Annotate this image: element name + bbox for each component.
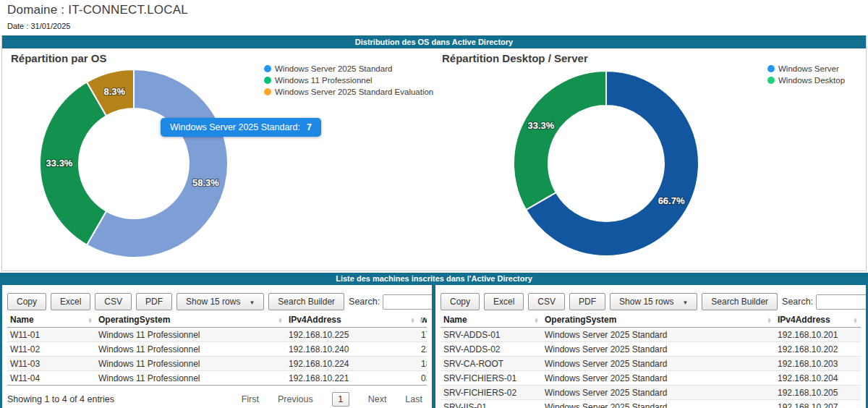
cell: 192.168.10.224 [286, 357, 418, 371]
table-row[interactable]: SRV-ADDS-02Windows Server 2025 Standard1… [441, 342, 861, 357]
csv-button[interactable]: CSV [95, 293, 132, 310]
column-header[interactable]: wh▲▼ [418, 313, 427, 328]
column-header[interactable]: Name▲▼ [7, 313, 95, 328]
show-rows-label: Show 15 rows [619, 297, 673, 307]
cell: Windows 11 Professionnel [95, 357, 286, 371]
cell: Windows Server 2025 Standard [542, 328, 775, 342]
cell: Windows Server 2025 Standard [542, 371, 775, 386]
report-date: Date : 31/01/2025 [7, 22, 188, 30]
slice-percent-label: 58.3% [192, 177, 219, 188]
copy-button[interactable]: Copy [441, 293, 480, 310]
legend-item[interactable]: Windows Desktop [767, 76, 845, 85]
cell: SRV-IIS-01 [441, 400, 542, 408]
table-row[interactable]: SRV-FICHIERS-01Windows Server 2025 Stand… [441, 371, 861, 386]
tables-content: Copy Excel CSV PDF Show 15 rows▼ Search … [2, 285, 866, 408]
show-rows-label: Show 15 rows [186, 297, 240, 307]
column-header[interactable]: OperatingSystem▲▼ [542, 313, 775, 328]
search-builder-button[interactable]: Search Builder [268, 293, 344, 310]
charts-section: Distribution des OS dans Active Director… [1, 35, 867, 271]
search-label: Search: [349, 297, 380, 307]
column-header[interactable]: OperatingSystem▲▼ [95, 313, 286, 328]
cell: W11-03 [7, 357, 95, 371]
donut-slice[interactable] [514, 71, 606, 210]
pdf-button[interactable]: PDF [136, 293, 172, 310]
chart-tooltip: Windows Server 2025 Standard: 7 [161, 118, 321, 137]
pagination-next[interactable]: Next [368, 394, 387, 404]
cell: Windows Server 2025 Standard [542, 342, 775, 357]
desktops-table-panel: Copy Excel CSV PDF Show 15 rows▼ Search … [2, 285, 432, 408]
chart-title-desktop-server: Répartition Desktop / Server [442, 52, 588, 64]
cell: Windows 11 Professionnel [95, 371, 286, 386]
servers-table: Name▲▼OperatingSystem▲▼IPv4Address▲▼ SRV… [441, 313, 861, 408]
legend-item[interactable]: Windows Server 2025 Standard Evaluation [264, 88, 433, 96]
pagination-last[interactable]: Last [405, 394, 422, 404]
excel-button[interactable]: Excel [484, 293, 524, 310]
legend-item[interactable]: Windows Server [767, 64, 845, 73]
servers-table-panel: Copy Excel CSV PDF Show 15 rows▼ Search … [435, 285, 866, 408]
charts-section-banner: Distribution des OS dans Active Director… [2, 35, 866, 48]
legend-item[interactable]: Windows Server 2025 Standard [264, 64, 433, 73]
donut-chart-desktop-server[interactable]: 66.7%33.3% [480, 64, 740, 266]
slice-percent-label: 33.3% [527, 120, 554, 131]
legend-item[interactable]: Windows 11 Professionnel [264, 76, 433, 85]
cell: SRV-ADDS-01 [441, 328, 542, 342]
pdf-button[interactable]: PDF [569, 293, 605, 310]
legend-label: Windows 11 Professionnel [275, 76, 373, 85]
cell: SRV-FICHIERS-01 [441, 371, 542, 386]
table-row[interactable]: SRV-ADDS-01Windows Server 2025 Standard1… [441, 328, 861, 342]
column-header[interactable]: IPv4Address▲▼ [775, 313, 861, 328]
cell: 192.168.10.203 [775, 357, 861, 371]
table-row[interactable]: SRV-CA-ROOTWindows Server 2025 Standard1… [441, 357, 861, 371]
table-row[interactable]: W11-04Windows 11 Professionnel192.168.10… [7, 371, 427, 386]
cell: 192.168.10.201 [775, 328, 861, 342]
cell: Windows 11 Professionnel [95, 328, 286, 342]
page-title: Domaine : IT-CONNECT.LOCAL [7, 3, 188, 17]
desktops-table-body: W11-01Windows 11 Professionnel192.168.10… [7, 328, 427, 386]
servers-toolbar: Copy Excel CSV PDF Show 15 rows▼ Search … [441, 292, 861, 311]
cell: Windows Server 2025 Standard [542, 357, 775, 371]
servers-table-head: Name▲▼OperatingSystem▲▼IPv4Address▲▼ [441, 313, 861, 328]
search-builder-button[interactable]: Search Builder [702, 293, 778, 310]
legend-label: Windows Server 2025 Standard Evaluation [275, 88, 433, 96]
cell: 192.168.10.207 [775, 400, 861, 408]
sort-icon: ▲▼ [853, 317, 858, 323]
show-rows-dropdown[interactable]: Show 15 rows▼ [176, 293, 264, 310]
desktops-table-footer: Showing 1 to 4 of 4 entries First Previo… [7, 392, 427, 407]
table-row[interactable]: W11-01Windows 11 Professionnel192.168.10… [7, 328, 427, 342]
table-row[interactable]: SRV-IIS-01Windows Server 2025 Standard19… [441, 400, 861, 408]
legend-dot-icon [264, 88, 271, 95]
sort-icon: ▲▼ [419, 317, 424, 323]
copy-button[interactable]: Copy [7, 293, 46, 310]
desktops-table: Name▲▼OperatingSystem▲▼IPv4Address▲▼wh▲▼… [7, 313, 427, 386]
excel-button[interactable]: Excel [51, 293, 90, 310]
column-header[interactable]: IPv4Address▲▼ [286, 313, 418, 328]
tables-section: Liste des machines inscrites dans l'Acti… [0, 273, 868, 408]
table-row[interactable]: SRV-FICHIERS-02Windows Server 2025 Stand… [441, 386, 861, 400]
pagination-current-page[interactable]: 1 [332, 392, 349, 407]
cell: SRV-CA-ROOT [441, 357, 542, 371]
cell: 192.168.10.204 [775, 371, 861, 386]
desktops-table-head: Name▲▼OperatingSystem▲▼IPv4Address▲▼wh▲▼ [7, 313, 427, 328]
slice-percent-label: 33.3% [46, 158, 73, 169]
servers-search-group: Search: [782, 294, 866, 310]
show-rows-dropdown[interactable]: Show 15 rows▼ [610, 293, 697, 310]
csv-button[interactable]: CSV [528, 293, 565, 310]
cell: W11-04 [7, 371, 95, 386]
pagination-previous[interactable]: Previous [278, 394, 313, 404]
cell: Windows 11 Professionnel [95, 342, 286, 357]
cell: Windows Server 2025 Standard [542, 386, 775, 400]
servers-table-body: SRV-ADDS-01Windows Server 2025 Standard1… [441, 328, 861, 408]
dashboard-page: Domaine : IT-CONNECT.LOCAL Date : 31/01/… [0, 0, 868, 408]
search-input[interactable] [383, 294, 432, 310]
table-row[interactable]: W11-03Windows 11 Professionnel192.168.10… [7, 357, 427, 371]
pagination-first[interactable]: First [242, 394, 259, 404]
column-header[interactable]: Name▲▼ [441, 313, 542, 328]
donut-chart-os[interactable]: 58.3%33.3%8.3% [9, 62, 262, 265]
chevron-down-icon: ▼ [682, 299, 688, 306]
search-input[interactable] [816, 294, 866, 310]
table-row[interactable]: W11-02Windows 11 Professionnel192.168.10… [7, 342, 427, 357]
sort-icon: ▲▼ [410, 317, 415, 323]
legend-label: Windows Server 2025 Standard [275, 64, 392, 73]
cell: 192.168.10.205 [775, 386, 861, 400]
legend-label: Windows Desktop [778, 76, 845, 85]
